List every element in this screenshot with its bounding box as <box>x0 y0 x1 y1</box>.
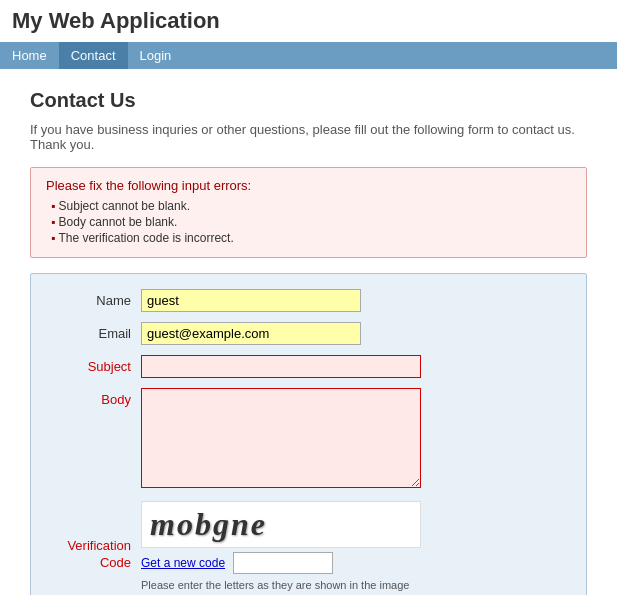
verification-hint: Please enter the letters as they are sho… <box>141 578 421 595</box>
email-label: Email <box>51 322 141 341</box>
nav-item-contact[interactable]: Contact <box>59 42 128 69</box>
error-list: Subject cannot be blank. Body cannot be … <box>46 199 571 245</box>
name-input-wrap <box>141 289 361 312</box>
verification-input[interactable] <box>233 552 333 574</box>
verification-label: VerificationCode <box>51 538 141 572</box>
error-item: The verification code is incorrect. <box>51 231 571 245</box>
page-heading: Contact Us <box>30 89 587 112</box>
app-title: My Web Application <box>12 8 605 34</box>
verification-row: VerificationCode mobgne Get a new code P… <box>51 501 566 595</box>
nav-item-login[interactable]: Login <box>128 42 184 69</box>
body-textarea[interactable] <box>141 388 421 488</box>
subject-label: Subject <box>51 355 141 374</box>
email-row: Email <box>51 322 566 345</box>
verify-input-row: Get a new code <box>141 552 421 574</box>
error-title: Please fix the following input errors: <box>46 178 571 193</box>
error-item: Subject cannot be blank. <box>51 199 571 213</box>
name-label: Name <box>51 289 141 308</box>
name-input[interactable] <box>141 289 361 312</box>
email-input[interactable] <box>141 322 361 345</box>
body-input-wrap <box>141 388 421 491</box>
contact-form: Name Email Subject Body <box>30 273 587 595</box>
body-row: Body <box>51 388 566 491</box>
captcha-image: mobgne <box>141 501 421 548</box>
main-content: Contact Us If you have business inquries… <box>0 69 617 595</box>
email-input-wrap <box>141 322 361 345</box>
nav-bar: Home Contact Login <box>0 42 617 69</box>
subject-input-wrap <box>141 355 421 378</box>
page-intro: If you have business inquries or other q… <box>30 122 587 152</box>
get-new-code-link[interactable]: Get a new code <box>141 556 225 570</box>
app-header: My Web Application <box>0 0 617 42</box>
nav-item-home[interactable]: Home <box>0 42 59 69</box>
error-box: Please fix the following input errors: S… <box>30 167 587 258</box>
name-row: Name <box>51 289 566 312</box>
subject-row: Subject <box>51 355 566 378</box>
verification-content: mobgne Get a new code Please enter the l… <box>141 501 421 595</box>
body-label: Body <box>51 388 141 407</box>
subject-input[interactable] <box>141 355 421 378</box>
error-item: Body cannot be blank. <box>51 215 571 229</box>
